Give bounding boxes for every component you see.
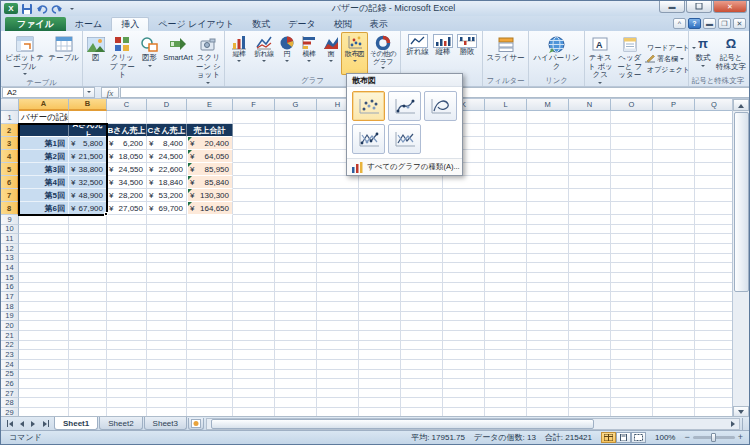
cell-B20[interactable] (69, 321, 107, 331)
cell-H12[interactable] (317, 244, 359, 254)
cell-D19[interactable] (147, 312, 187, 322)
cell-M7[interactable] (527, 189, 569, 202)
cell-K26[interactable] (443, 379, 485, 389)
cell-L9[interactable] (485, 215, 527, 225)
cell-L5[interactable] (485, 163, 527, 176)
cell-A3[interactable]: 第1回 (19, 137, 69, 150)
cell-H16[interactable] (317, 283, 359, 293)
cell-J8[interactable] (401, 202, 443, 215)
cell-P21[interactable] (653, 331, 695, 341)
cell-O21[interactable] (611, 331, 653, 341)
cell-J18[interactable] (401, 302, 443, 312)
cell-B25[interactable] (69, 370, 107, 380)
cell-E6[interactable]: ¥85,840 (187, 176, 233, 189)
cell-I20[interactable] (359, 321, 401, 331)
cell-L14[interactable] (485, 263, 527, 273)
cell-A20[interactable] (19, 321, 69, 331)
cell-Q16[interactable] (695, 283, 734, 293)
cell-O6[interactable] (611, 176, 653, 189)
cell-B2[interactable]: Aさん売上 (69, 124, 107, 137)
zoom-in-icon[interactable]: + (738, 433, 743, 442)
cell-G9[interactable] (275, 215, 317, 225)
cell-P15[interactable] (653, 273, 695, 283)
restore-button[interactable] (686, 1, 712, 13)
cell-D17[interactable] (147, 292, 187, 302)
cell-I8[interactable] (359, 202, 401, 215)
minimize-ribbon-icon[interactable]: ^ (673, 18, 686, 29)
cell-H7[interactable] (317, 189, 359, 202)
cell-G21[interactable] (275, 331, 317, 341)
cell-L17[interactable] (485, 292, 527, 302)
horizontal-scrollbar-thumb[interactable] (211, 419, 594, 429)
cell-D2[interactable]: Cさん売上 (147, 124, 187, 137)
cell-B4[interactable]: ¥21,500 (69, 150, 107, 163)
line-chart-button[interactable]: 折れ線 (251, 32, 277, 75)
cell-G11[interactable] (275, 234, 317, 244)
cell-L21[interactable] (485, 331, 527, 341)
cell-B15[interactable] (69, 273, 107, 283)
cell-M4[interactable] (527, 150, 569, 163)
cell-I12[interactable] (359, 244, 401, 254)
cell-P13[interactable] (653, 254, 695, 264)
cell-A8[interactable]: 第6回 (19, 202, 69, 215)
cell-H6[interactable] (317, 176, 359, 189)
cell-P7[interactable] (653, 189, 695, 202)
wordart-button[interactable]: Aワードアート (645, 43, 687, 53)
cell-H22[interactable] (317, 341, 359, 351)
page-break-view-button[interactable] (631, 432, 646, 443)
cell-O28[interactable] (611, 398, 653, 408)
cell-Q1[interactable] (695, 111, 734, 124)
row-header-9[interactable]: 9 (1, 215, 19, 225)
row-header-22[interactable]: 22 (1, 341, 19, 351)
cell-I27[interactable] (359, 389, 401, 399)
cell-K17[interactable] (443, 292, 485, 302)
workbook-close-icon[interactable]: ✕ (733, 18, 746, 29)
clip-art-button[interactable]: クリップ アート (108, 32, 137, 86)
cell-K19[interactable] (443, 312, 485, 322)
cell-D26[interactable] (147, 379, 187, 389)
cell-G15[interactable] (275, 273, 317, 283)
column-header-L[interactable]: L (485, 99, 527, 111)
cell-J15[interactable] (401, 273, 443, 283)
cell-B11[interactable] (69, 234, 107, 244)
cell-J25[interactable] (401, 370, 443, 380)
cell-A5[interactable]: 第3回 (19, 163, 69, 176)
cell-J21[interactable] (401, 331, 443, 341)
cell-Q10[interactable] (695, 225, 734, 235)
cell-C6[interactable]: ¥34,500 (107, 176, 147, 189)
row-header-28[interactable]: 28 (1, 398, 19, 408)
cell-O15[interactable] (611, 273, 653, 283)
cell-P10[interactable] (653, 225, 695, 235)
cell-G10[interactable] (275, 225, 317, 235)
zoom-slider-track[interactable] (693, 436, 735, 439)
cell-H25[interactable] (317, 370, 359, 380)
cell-D11[interactable] (147, 234, 187, 244)
cell-L2[interactable] (485, 124, 527, 137)
cell-M22[interactable] (527, 341, 569, 351)
cell-L7[interactable] (485, 189, 527, 202)
cell-N18[interactable] (569, 302, 611, 312)
row-header-24[interactable]: 24 (1, 360, 19, 370)
cell-M24[interactable] (527, 360, 569, 370)
tab-view[interactable]: 表示 (361, 17, 397, 31)
cell-E15[interactable] (187, 273, 233, 283)
cell-L18[interactable] (485, 302, 527, 312)
cell-E21[interactable] (187, 331, 233, 341)
cell-Q15[interactable] (695, 273, 734, 283)
row-header-26[interactable]: 26 (1, 379, 19, 389)
cell-A21[interactable] (19, 331, 69, 341)
cell-O2[interactable] (611, 124, 653, 137)
cell-D25[interactable] (147, 370, 187, 380)
cell-M14[interactable] (527, 263, 569, 273)
cell-B18[interactable] (69, 302, 107, 312)
cell-D6[interactable]: ¥18,840 (147, 176, 187, 189)
cell-H20[interactable] (317, 321, 359, 331)
cell-A6[interactable]: 第4回 (19, 176, 69, 189)
cell-J26[interactable] (401, 379, 443, 389)
pie-chart-button[interactable]: 円 (277, 32, 297, 75)
cell-Q13[interactable] (695, 254, 734, 264)
cell-G14[interactable] (275, 263, 317, 273)
cell-H8[interactable] (317, 202, 359, 215)
cell-F22[interactable] (233, 341, 275, 351)
cell-M8[interactable] (527, 202, 569, 215)
